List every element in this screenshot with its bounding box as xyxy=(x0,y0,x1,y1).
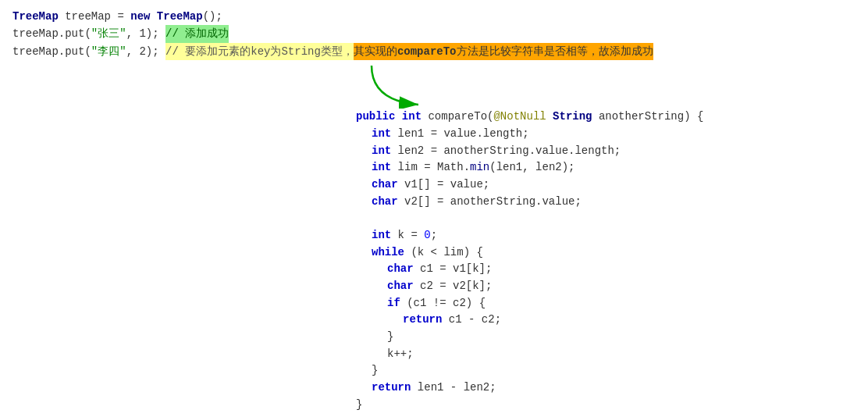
code-line-3: treeMap.put( "李四" , 2); // 要添加元素的key为Str… xyxy=(12,43,856,60)
code-body-line14: k++; xyxy=(387,346,856,363)
code-body-line13: } xyxy=(387,329,856,346)
code-line-1: TreeMap treeMap = new TreeMap (); xyxy=(12,8,856,25)
closing-brace: } xyxy=(356,397,856,414)
code-body-line12: return c1 - c2; xyxy=(403,312,856,329)
code-body-line3: int lim = Math. min (len1, len2); xyxy=(372,159,856,176)
code-body-line11: if (c1 != c2) { xyxy=(387,295,856,312)
constructor: TreeMap xyxy=(157,8,203,25)
code-body-line10: char c2 = v2[k]; xyxy=(387,278,856,295)
code-body-line4: char v1[] = value; xyxy=(372,176,856,194)
code-body-line9: char c1 = v1[k]; xyxy=(387,261,856,278)
comment-part1: // 要添加元素的key为String类型， xyxy=(165,43,354,60)
code-body-line1: int len1 = value.length; xyxy=(372,126,856,143)
code-body-line2: int len2 = anotherString.value.length; xyxy=(372,143,856,160)
code-body-line8: while (k < lim) { xyxy=(372,244,856,262)
top-code-section: TreeMap treeMap = new TreeMap (); treeMa… xyxy=(12,8,856,60)
comment-green: // 添加成功 xyxy=(165,25,229,42)
code-body-line16: return len1 - len2; xyxy=(372,380,856,397)
comment-part2: 其实现的compareTo方法是比较字符串是否相等，故添加成功 xyxy=(354,43,653,60)
arrow-svg xyxy=(356,62,481,109)
code-line-2: treeMap.put( "张三" , 1); // 添加成功 xyxy=(12,25,856,42)
method-code-block: public int compareTo( @NotNull String an… xyxy=(356,109,856,413)
class-name: TreeMap xyxy=(12,8,59,25)
blank-line xyxy=(372,210,856,227)
new-keyword: new xyxy=(130,8,150,25)
arrow-container xyxy=(356,62,856,109)
code-body-line15: } xyxy=(372,362,856,380)
code-body-line7: int k = 0 ; xyxy=(372,227,856,244)
code-body-line5: char v2[] = anotherString.value; xyxy=(372,194,856,211)
method-signature: public int compareTo( @NotNull String an… xyxy=(356,109,856,126)
